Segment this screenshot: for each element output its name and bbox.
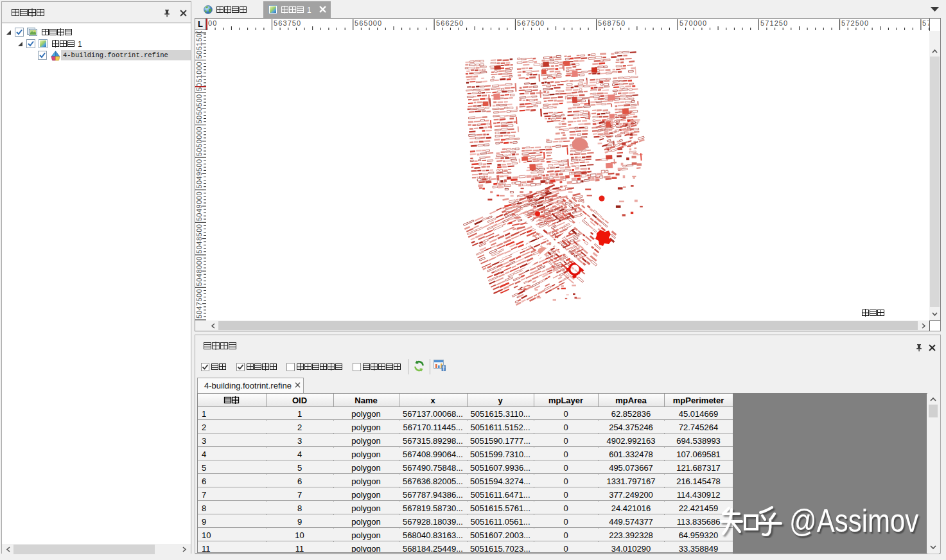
svg-text:5047500: 5047500 xyxy=(195,289,203,319)
svg-text:5050500: 5050500 xyxy=(195,94,203,123)
svg-text:5049500: 5049500 xyxy=(195,159,203,188)
svg-text:5050000: 5050000 xyxy=(195,127,203,156)
svg-text:5051500: 5051500 xyxy=(195,31,203,59)
svg-text:5049000: 5049000 xyxy=(195,191,203,221)
svg-text:5048500: 5048500 xyxy=(195,224,203,254)
svg-text:5048000: 5048000 xyxy=(195,256,203,286)
